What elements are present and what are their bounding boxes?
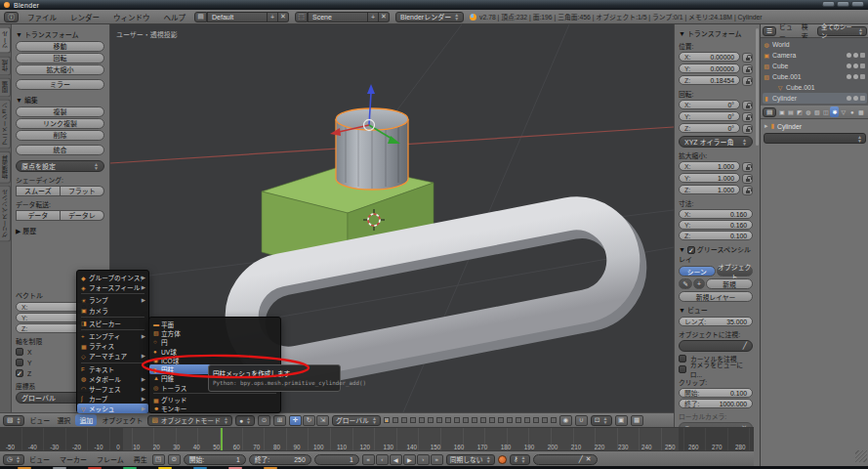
add-menu-item[interactable]: ◍ メタボール ▶ [77,374,148,384]
lock-mode-icon[interactable]: ◉ [559,415,572,426]
scale-manipulator-icon[interactable]: ⇲ [316,415,329,426]
tool-shelf-tab[interactable]: 作成 [0,56,11,75]
taskbar-app-icon[interactable] [18,467,31,469]
scene-delete-button[interactable]: ✕ [379,12,390,22]
outliner-item[interactable]: ▣ Camera [763,50,867,61]
taskbar-app-icon[interactable] [88,467,102,469]
render-opengl-icon[interactable]: ▣ [615,415,628,426]
properties-tab-icon[interactable]: ▤ [786,107,795,117]
lock-icon[interactable] [742,76,753,86]
mesh-menu-item[interactable]: ▧ 立方体 [149,328,280,337]
add-menu-item[interactable]: ∫ カーブ ▶ [77,394,148,404]
preview-range-icon[interactable]: ◳ [152,454,165,465]
start-frame-field[interactable]: 開始:1 [184,454,246,465]
eye-icon[interactable] [847,53,851,58]
eye-icon[interactable] [847,74,851,79]
shading-dropdown[interactable]: ●▲▼ [235,415,255,426]
add-menu-item[interactable]: ◠ サーフェス ▶ [77,384,148,394]
pivot-align-icon[interactable]: ⊞ [273,415,286,426]
tool-shelf-tab[interactable]: アニメーション [0,99,11,149]
checkbox[interactable] [16,348,23,356]
outliner-item[interactable]: ▮ Cylinder [763,93,867,104]
select-arrow-icon[interactable] [853,64,858,68]
layer-cell[interactable] [507,417,513,423]
add-menu-item[interactable]: ◨ スピーカー ▶ [77,319,148,328]
timeline-menu[interactable]: フレーム [95,454,126,464]
layout-delete-button[interactable]: ✕ [278,12,289,22]
record-button[interactable] [498,455,507,464]
gp-new-button[interactable]: 新規 [706,278,753,289]
properties-tab-icon[interactable]: ✱ [830,107,839,117]
minimize-button[interactable] [822,1,835,7]
layer-cell[interactable] [401,417,407,423]
add-modifier-dropdown[interactable]: ▲▼ [764,133,866,144]
scene-value[interactable]: Scene [308,12,368,22]
timeline-editor-type-dropdown[interactable]: ◷▲▼ [3,454,24,465]
select-arrow-icon[interactable] [853,96,858,101]
clip-end-field[interactable]: 終了:1000.000 [679,399,753,408]
lock-icon[interactable] [742,53,753,63]
number-field[interactable]: Z:0° [679,123,740,133]
snap-element-dropdown[interactable]: ⊡▲▼ [591,415,612,426]
lock-cursor-checkbox[interactable] [679,355,686,362]
playback-button[interactable]: « [362,454,375,465]
properties-tab-icon[interactable]: ▣ [777,107,786,117]
outliner-display-dropdown[interactable]: 全てのシーン▲▼ [817,26,867,36]
menu-item[interactable]: ファイル [24,12,60,22]
properties-tab-icon[interactable]: ◫ [821,107,830,117]
outliner-item[interactable]: ▽ Cube.001 [763,82,867,93]
mesh-menu-item[interactable]: ▬ 平面 [149,320,280,328]
lock-icon[interactable] [742,162,753,172]
data-transfer-button[interactable]: データレ [61,210,104,221]
clip-start-field[interactable]: 開始:0.100 [679,388,753,398]
number-field[interactable]: Y:0° [679,111,740,121]
properties-tab-icon[interactable]: ● [847,107,856,117]
section-history[interactable]: ▶ 履歴 [16,226,104,235]
rotate-manipulator-icon[interactable]: ↻ [303,415,315,426]
eye-icon[interactable] [847,96,851,101]
mesh-menu-item[interactable]: ○ 円 [149,338,280,347]
render-icon[interactable] [860,96,865,101]
rotation-mode-dropdown[interactable]: XYZ オイラー角▲▼ [679,136,753,148]
scene-icon[interactable]: ⬚ [295,12,308,22]
select-menu[interactable]: 選択 [55,415,72,425]
timeline-track[interactable]: -50-40-30-20-100102030405060708090100110… [0,428,754,450]
close-button[interactable] [851,1,864,7]
resize-grip[interactable] [855,450,867,462]
add-menu-button[interactable]: 追加 [75,414,97,426]
add-menu-item[interactable]: + エンプティ ▶ [77,331,148,341]
editor-type-icon[interactable]: ⓘ [4,12,19,22]
layer-cell[interactable] [542,417,548,423]
add-menu-item[interactable]: ◆ グループのインスタンス ▶ [77,273,148,282]
layer-cell[interactable] [445,417,451,423]
section-edit[interactable]: ▼ 編集 [16,95,104,105]
lock-icon[interactable] [742,64,753,74]
select-arrow-icon[interactable] [853,74,858,79]
outliner-item[interactable]: ▧ Cube.001 [763,71,867,82]
eyedropper-icon[interactable]: ╱ [579,455,583,463]
menu-item[interactable]: ヘルプ [161,12,189,22]
tool-shelf-tab[interactable]: 関連 [0,77,11,97]
layer-cell[interactable] [436,417,442,423]
eye-icon[interactable] [847,64,851,68]
tool-button[interactable]: 回転 [16,53,104,64]
lock-icon[interactable] [742,174,753,184]
properties-tab-icon[interactable]: ▽ [839,107,847,117]
snap-magnet-icon[interactable]: ∪ [575,415,588,426]
number-field[interactable]: Z:0.18454 [679,75,740,85]
add-menu-item[interactable]: ☀ ランプ ▶ [77,295,148,305]
number-field[interactable]: Z:0.100 [679,231,753,240]
render-icon[interactable] [860,74,865,79]
layer-cell[interactable] [384,417,390,423]
number-field[interactable]: X:0.00000 [679,52,740,62]
render-icon[interactable] [860,64,865,68]
sync-dropdown[interactable]: 同期しない▲▼ [446,454,495,465]
end-frame-field[interactable]: 終了:250 [249,454,311,465]
gp-pencil-icon[interactable]: ✎ [679,278,692,289]
layer-cell[interactable] [480,417,486,423]
shading-button[interactable]: スムーズ [16,186,61,196]
render-engine-dropdown[interactable]: Blenderレンダー ▲▼ [395,12,464,22]
layout-icon[interactable]: ▤ [194,12,207,22]
eyedropper-icon[interactable]: ╱ [743,342,747,350]
layer-cell[interactable] [419,417,425,423]
